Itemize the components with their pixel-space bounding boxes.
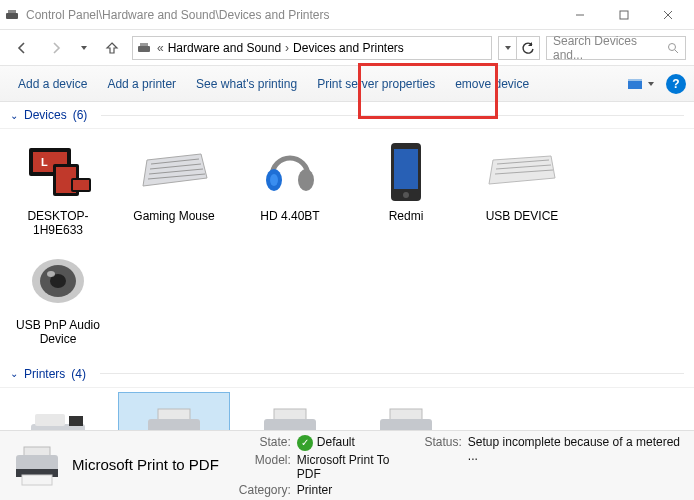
back-button[interactable] (8, 34, 36, 62)
chevron-down-icon: ⌄ (10, 368, 18, 379)
up-button[interactable] (98, 34, 126, 62)
device-tile[interactable]: HD 4.40BT (234, 133, 346, 242)
details-status-label: Status: (424, 435, 461, 497)
window-icon (4, 7, 20, 23)
search-input[interactable]: Search Devices and... (546, 36, 686, 60)
titlebar: Control Panel\Hardware and Sound\Devices… (0, 0, 694, 30)
keyboard-icon (468, 137, 576, 207)
view-icon (627, 77, 645, 91)
svg-rect-39 (35, 414, 65, 426)
printer-icon (352, 396, 460, 430)
refresh-button[interactable] (516, 36, 540, 60)
nav-row: « Hardware and Sound › Devices and Print… (0, 30, 694, 66)
printer-tile[interactable]: Microsoft XPS Document Writer (234, 392, 346, 430)
recent-dropdown[interactable] (76, 34, 92, 62)
device-label: USB DEVICE (468, 209, 576, 223)
svg-rect-43 (148, 419, 200, 430)
details-category-value: Printer (297, 483, 411, 497)
details-status-value: Setup incomplete because of a metered ..… (468, 435, 684, 497)
svg-rect-40 (69, 416, 83, 426)
device-tile[interactable]: USB DEVICE (466, 133, 578, 242)
svg-rect-47 (264, 419, 316, 430)
svg-rect-10 (628, 81, 642, 89)
speaker-icon (4, 246, 112, 316)
printer-tile[interactable]: Send To OneNote 2016 (350, 392, 462, 430)
svg-point-8 (669, 43, 676, 50)
group-header-printers[interactable]: ⌄ Printers (4) (0, 361, 694, 388)
devices-grid: L DESKTOP-1H9E633 Gaming Mouse HD 4.40BT… (0, 129, 694, 361)
print-server-properties-button[interactable]: Print server properties (307, 71, 445, 97)
svg-rect-7 (140, 43, 148, 46)
remove-device-button[interactable]: emove device (445, 71, 539, 97)
chevron-right-icon: « (157, 41, 164, 55)
svg-rect-0 (6, 13, 18, 19)
desktop-icon: L (4, 137, 112, 207)
svg-point-26 (270, 174, 278, 186)
group-header-devices[interactable]: ⌄ Devices (6) (0, 102, 694, 129)
search-placeholder: Search Devices and... (553, 34, 667, 62)
svg-rect-18 (73, 180, 89, 190)
svg-rect-6 (138, 46, 150, 52)
printer-tile[interactable]: Fax (2, 392, 114, 430)
chevron-right-icon: › (285, 41, 289, 55)
details-state-value: ✓Default (297, 435, 411, 451)
svg-point-37 (47, 271, 55, 277)
svg-text:L: L (41, 156, 48, 168)
details-model-label: Model: (239, 453, 291, 481)
add-printer-button[interactable]: Add a printer (97, 71, 186, 97)
printer-icon: ✓ (120, 396, 228, 430)
phone-icon (352, 137, 460, 207)
help-button[interactable]: ? (666, 74, 686, 94)
svg-rect-3 (620, 11, 628, 19)
printer-tile-selected[interactable]: ✓ Microsoft Print to PDF (118, 392, 230, 430)
device-label: Gaming Mouse (120, 209, 228, 223)
chevron-down-icon (647, 80, 655, 88)
breadcrumb-seg2[interactable]: Devices and Printers (293, 41, 404, 55)
svg-point-29 (403, 192, 409, 198)
add-device-button[interactable]: Add a device (8, 71, 97, 97)
device-tile[interactable]: USB PnP Audio Device (2, 242, 114, 351)
device-tile[interactable]: Redmi (350, 133, 462, 242)
see-printing-button[interactable]: See what's printing (186, 71, 307, 97)
details-category-label: Category: (239, 483, 291, 497)
view-options-button[interactable] (622, 74, 660, 94)
content-area: ⌄ Devices (6) L DESKTOP-1H9E633 Gaming M… (0, 102, 694, 430)
close-button[interactable] (646, 1, 690, 29)
fax-icon (4, 396, 112, 430)
device-label: USB PnP Audio Device (4, 318, 112, 347)
devices-icon (137, 41, 153, 55)
breadcrumb-dropdown[interactable] (498, 36, 516, 60)
svg-rect-51 (380, 419, 432, 430)
device-label: DESKTOP-1H9E633 (4, 209, 112, 238)
breadcrumb[interactable]: « Hardware and Sound › Devices and Print… (132, 36, 492, 60)
details-pane: Microsoft Print to PDF State: ✓Default M… (0, 430, 694, 500)
breadcrumb-seg1[interactable]: Hardware and Sound (168, 41, 281, 55)
check-icon: ✓ (297, 435, 313, 451)
window-title: Control Panel\Hardware and Sound\Devices… (26, 8, 330, 22)
group-count: (4) (71, 367, 86, 381)
keyboard-icon (120, 137, 228, 207)
forward-button[interactable] (42, 34, 70, 62)
svg-point-25 (298, 169, 314, 191)
device-label: Redmi (352, 209, 460, 223)
maximize-button[interactable] (602, 1, 646, 29)
svg-rect-11 (628, 79, 642, 81)
group-count: (6) (73, 108, 88, 122)
group-label: Printers (24, 367, 65, 381)
chevron-down-icon: ⌄ (10, 110, 18, 121)
minimize-button[interactable] (558, 1, 602, 29)
device-tile[interactable]: Gaming Mouse (118, 133, 230, 242)
printer-icon (236, 396, 344, 430)
details-model-value: Microsoft Print To PDF (297, 453, 411, 481)
printers-grid: Fax ✓ Microsoft Print to PDF Microsoft X… (0, 388, 694, 430)
search-icon (667, 42, 679, 54)
device-tile[interactable]: L DESKTOP-1H9E633 (2, 133, 114, 242)
device-label: HD 4.40BT (236, 209, 344, 223)
headset-icon (236, 137, 344, 207)
svg-rect-1 (8, 10, 16, 13)
command-bar: Add a device Add a printer See what's pr… (0, 66, 694, 102)
printer-icon (10, 438, 64, 494)
svg-rect-28 (394, 149, 418, 189)
details-state-label: State: (239, 435, 291, 451)
group-label: Devices (24, 108, 67, 122)
